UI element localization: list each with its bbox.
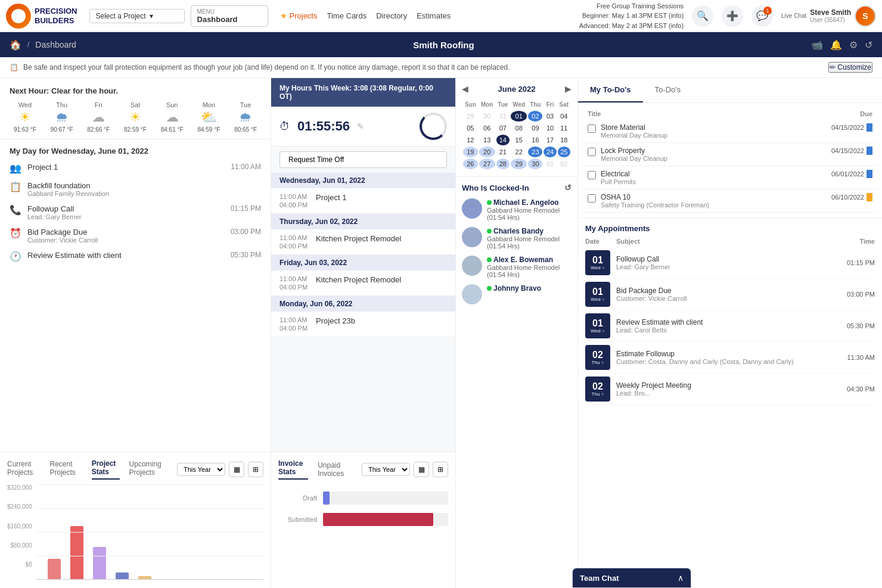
grid-view-button[interactable]: ⊞	[248, 462, 263, 477]
appt-date-num-3: 02	[592, 350, 603, 360]
tab-recent-projects[interactable]: Recent Projects	[49, 460, 82, 479]
cal-cell[interactable]: 13	[479, 135, 495, 145]
settings-icon[interactable]: ⚙	[849, 39, 858, 51]
search-button[interactable]: 🔍	[692, 5, 713, 27]
cal-cell[interactable]: 08	[511, 123, 527, 133]
todo-checkbox-2[interactable]	[588, 171, 596, 179]
cal-cell[interactable]: 30	[479, 111, 495, 122]
cal-cell[interactable]: 11	[558, 123, 570, 133]
cal-cell[interactable]: 29	[463, 111, 478, 122]
timer-display: 01:55:56	[297, 119, 350, 134]
calendar-section: ◀ June 2022 ▶ Sun Mon Tue Wed Thu Fri Sa…	[456, 78, 577, 176]
add-button[interactable]: ➕	[722, 5, 743, 27]
nav-directory[interactable]: Directory	[376, 11, 407, 20]
cal-cell[interactable]: 31	[496, 111, 510, 122]
customize-button[interactable]: ✏ Customize	[828, 62, 872, 73]
live-chat-label: Live Chat	[781, 13, 806, 19]
schedule-day-3: Monday, Jun 06, 2022	[271, 296, 455, 312]
appt-date-label-2: Wed ○	[591, 328, 604, 334]
chat-button[interactable]: 💬 1	[751, 5, 773, 27]
tab-current-projects[interactable]: Current Projects	[7, 460, 40, 479]
todo-checkbox-0[interactable]	[588, 125, 596, 133]
clocked-person-0: Michael E. Angeloo Gabbard Home Remodel …	[462, 198, 572, 221]
refresh-icon[interactable]: ↺	[865, 39, 872, 51]
cal-range[interactable]: 26	[463, 158, 478, 169]
tab-todos[interactable]: To-Do's	[643, 78, 693, 102]
todo-checkbox-3[interactable]	[588, 194, 596, 203]
cal-cell[interactable]: 05	[463, 123, 478, 133]
nav-right: Free Group Training Sessions Beginner: M…	[579, 1, 876, 31]
weather-days: Wed ☀ 91:63 °F Thu 🌧 90:67 °F Fri ☁ 82:6…	[10, 101, 261, 133]
project-select[interactable]: Select a Project ▾	[89, 9, 185, 23]
cal-highlighted[interactable]: 02	[528, 111, 542, 122]
todo-checkbox-1[interactable]	[588, 148, 596, 156]
cal-next-button[interactable]: ▶	[565, 84, 572, 94]
cal-prev-button[interactable]: ◀	[462, 84, 468, 94]
cal-range[interactable]: 28	[496, 158, 510, 169]
hours-header: My Hours This Week: 3:08 (3:08 Regular, …	[271, 78, 455, 107]
chat-toggle-button[interactable]: ∧	[678, 573, 684, 583]
schedule-item-2: 11:00 AM 04:00 PM Kitchen Project Remode…	[271, 270, 455, 296]
main-content: Next Hour: Clear for the hour. Wed ☀ 91:…	[0, 78, 882, 588]
cal-cell[interactable]: 22	[511, 147, 527, 157]
project-year-select[interactable]: This Year	[177, 463, 225, 476]
team-chat-header[interactable]: Team Chat ∧	[573, 568, 691, 587]
tab-invoice-stats[interactable]: Invoice Stats	[278, 459, 308, 480]
cal-range[interactable]: 19	[463, 147, 478, 157]
bell-icon[interactable]: 🔔	[830, 39, 842, 51]
cal-cell[interactable]: 06	[479, 123, 495, 133]
cal-cell[interactable]: 07	[496, 123, 510, 133]
appt-date-num-0: 01	[592, 256, 603, 265]
todo-sub-3: Safety Training (Contractor Foreman)	[601, 201, 827, 209]
tab-project-stats[interactable]: Project Stats	[92, 459, 120, 480]
tab-upcoming-projects[interactable]: Upcoming Projects	[129, 460, 167, 479]
cal-cell[interactable]: 15	[511, 135, 527, 145]
cal-cell[interactable]: 12	[463, 135, 478, 145]
cal-cell[interactable]: 21	[496, 147, 510, 157]
cal-selected[interactable]: 14	[496, 135, 510, 145]
cal-cell[interactable]: 18	[558, 135, 570, 145]
video-icon[interactable]: 📹	[811, 39, 823, 51]
cal-highlighted[interactable]: 23	[528, 147, 542, 157]
tab-unpaid-invoices[interactable]: Unpaid Invoices	[318, 461, 352, 478]
invoice-bar-view-button[interactable]: ▦	[414, 462, 429, 477]
cal-range[interactable]: 29	[511, 158, 527, 169]
menu-area[interactable]: MENU Dashboard	[191, 5, 268, 27]
bar-view-button[interactable]: ▦	[229, 462, 244, 477]
todo-date-2: 06/01/2022	[831, 170, 872, 178]
cal-cell[interactable]: 02	[558, 158, 570, 169]
invoice-year-select[interactable]: This Year	[362, 463, 410, 476]
cal-cell[interactable]: 16	[528, 135, 542, 145]
user-area[interactable]: Live Chat Steve Smith User (35647) S	[781, 5, 876, 27]
cal-highlighted[interactable]: 25	[558, 147, 570, 157]
cal-highlighted[interactable]: 24	[544, 147, 556, 157]
appt-date-label-3: Thu ○	[592, 360, 604, 365]
cal-range[interactable]: 27	[479, 158, 495, 169]
cal-cell[interactable]: 04	[558, 111, 570, 122]
request-time-off-button[interactable]: Request Time Off	[279, 151, 447, 168]
nav-projects[interactable]: ★ Projects	[280, 11, 318, 20]
my-day-section: My Day for Wednesday, June 01, 2022 👥 Pr…	[0, 139, 271, 452]
cal-range[interactable]: 20	[479, 147, 495, 157]
nav-estimates[interactable]: Estimates	[417, 11, 451, 20]
cal-cell[interactable]: 03	[544, 111, 556, 122]
home-icon[interactable]: 🏠	[10, 39, 21, 51]
nav-timecards[interactable]: Time Cards	[327, 11, 367, 20]
clocked-in-section: Who Is Clocked-In ↺ Michael E. Angeloo G…	[456, 176, 577, 588]
cal-cell[interactable]: 17	[544, 135, 556, 145]
invoice-grid-view-button[interactable]: ⊞	[433, 462, 448, 477]
timer-edit-icon[interactable]: ✎	[357, 122, 364, 131]
clocked-in-refresh-icon[interactable]: ↺	[564, 183, 572, 192]
cal-cell[interactable]: 01	[544, 158, 556, 169]
todo-item-0: Store Material Memorial Day Cleanup 04/1…	[583, 120, 877, 143]
cal-range[interactable]: 30	[528, 158, 542, 169]
online-dot-2	[487, 257, 492, 262]
tab-my-todos[interactable]: My To-Do's	[578, 78, 643, 102]
cal-month-label: June 2022	[498, 85, 536, 94]
schedule-title-2: Kitchen Project Remodel	[316, 275, 401, 284]
cal-today[interactable]: 01	[511, 111, 527, 122]
cal-header-fri: Fri	[544, 99, 556, 110]
cal-cell[interactable]: 10	[544, 123, 556, 133]
cal-cell[interactable]: 09	[528, 123, 542, 133]
cal-header-sat: Sat	[558, 99, 570, 110]
